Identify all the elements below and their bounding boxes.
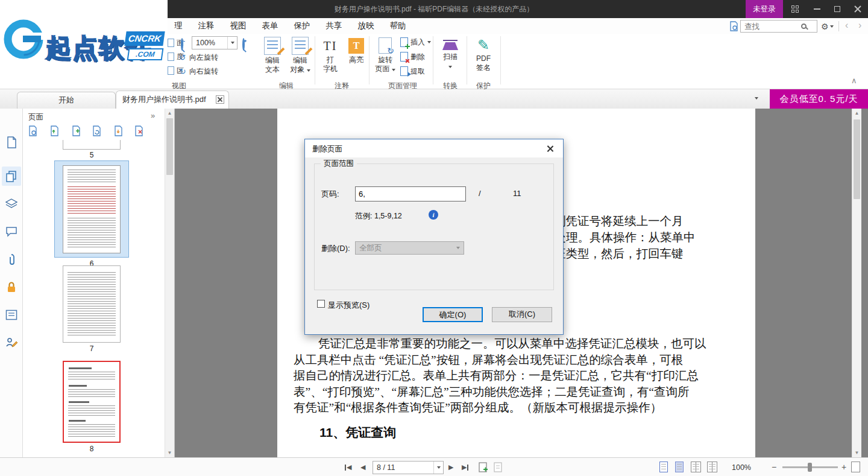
minimize-button[interactable]	[807, 0, 827, 18]
panel-menu-button[interactable]: »	[151, 111, 155, 120]
edit-object-button[interactable]: 编辑 对象	[286, 36, 314, 74]
find-tool-button[interactable]	[729, 21, 738, 34]
scroll-up-icon[interactable]: ▲	[165, 110, 174, 116]
menu-item-page-management[interactable]: 理	[166, 18, 190, 34]
zoom-slider[interactable]	[782, 466, 838, 468]
total-pages: 11	[513, 189, 521, 198]
close-window-button[interactable]	[848, 0, 868, 18]
security-panel-button[interactable]	[2, 278, 21, 297]
thumbnail-page-6-selected[interactable]	[54, 160, 129, 258]
zoom-out-button[interactable]: −	[772, 462, 776, 472]
menu-item-form[interactable]: 表单	[254, 18, 286, 34]
chevron-down-icon	[427, 41, 431, 43]
close-icon	[547, 145, 554, 152]
new-tab-button[interactable]	[478, 462, 488, 473]
thumb-rotate-button[interactable]	[89, 124, 104, 138]
document-scrollbar-thumb[interactable]	[854, 119, 860, 199]
edit-text-button[interactable]: 编辑 文本	[259, 36, 286, 74]
chevron-down-icon	[448, 66, 452, 68]
document-scrollbar[interactable]: ▲ ▼	[852, 109, 861, 457]
maximize-button[interactable]	[827, 0, 848, 18]
dialog-close-button[interactable]	[538, 139, 563, 157]
thumbnail-page-8-current[interactable]	[63, 361, 121, 443]
thumbnail-page-7[interactable]	[63, 265, 121, 343]
history-back-button[interactable]: ‹	[841, 18, 852, 34]
zoom-out-button[interactable]	[181, 39, 183, 50]
scroll-down-icon[interactable]: ▼	[165, 450, 174, 455]
collapse-ribbon-button[interactable]: ∧	[851, 76, 857, 85]
search-input[interactable]	[741, 22, 801, 31]
panel-scrollbar[interactable]: ▲ ▼	[165, 109, 174, 457]
comments-panel-button[interactable]	[2, 222, 21, 241]
extract-pages-button[interactable]: 提取	[400, 66, 425, 77]
page-number-combo[interactable]: 8 / 11	[373, 461, 444, 474]
delete-pages-button[interactable]: 删除	[400, 51, 425, 62]
zoom-in-button[interactable]: +	[841, 462, 846, 472]
highlight-button[interactable]: T 高亮	[342, 36, 370, 65]
menu-item-protect[interactable]: 保护	[286, 18, 318, 34]
previous-page-button[interactable]: ◀	[360, 463, 365, 471]
menu-item-help[interactable]: 帮助	[382, 18, 414, 34]
zoom-combo[interactable]: 100%	[192, 36, 237, 49]
signatures-panel-button[interactable]	[2, 333, 21, 352]
zoom-slider-thumb[interactable]	[808, 463, 812, 472]
history-forward-button[interactable]: ›	[855, 18, 865, 34]
thumbnail-page-5[interactable]	[63, 140, 121, 150]
group-label-protect: 保护	[462, 81, 505, 89]
single-page-view-button[interactable]	[659, 462, 668, 472]
insert-pages-button[interactable]: 插入	[400, 37, 431, 48]
fit-area-icon	[168, 66, 174, 75]
login-button[interactable]: 未登录	[746, 0, 783, 18]
thumb-zoom-button[interactable]	[25, 124, 40, 138]
fit-page-view-button[interactable]	[851, 462, 860, 472]
pages-panel-button[interactable]	[2, 167, 21, 186]
tab-start[interactable]: 开始	[17, 92, 116, 109]
thumb-enlarge-button[interactable]	[47, 124, 61, 138]
ok-button[interactable]: 确定(O)	[423, 307, 483, 322]
workspace-switch-button[interactable]	[785, 0, 805, 18]
attachments-panel-button[interactable]	[2, 250, 21, 269]
pdf-sign-button[interactable]: ✎ PDF 签名	[470, 36, 497, 72]
rotate-left-button[interactable]: ↺ 向左旋转	[178, 52, 218, 63]
menu-item-view[interactable]: 视图	[222, 18, 254, 34]
scan-icon	[441, 40, 459, 50]
thumb-delete-button[interactable]	[131, 124, 146, 138]
thumb-insert-button[interactable]	[69, 124, 83, 138]
settings-button[interactable]: ⚙	[821, 20, 834, 33]
layers-panel-button[interactable]	[2, 194, 21, 214]
menu-item-slideshow[interactable]: 放映	[350, 18, 382, 34]
tab-overflow-button[interactable]	[755, 97, 758, 100]
rotate-right-button[interactable]: ↻ 向右旋转	[178, 66, 218, 77]
show-preview-checkbox[interactable]	[317, 300, 325, 308]
scroll-down-icon[interactable]: ▼	[852, 450, 861, 455]
bookmarks-panel-button[interactable]	[2, 133, 21, 152]
panel-scrollbar-thumb[interactable]	[166, 118, 173, 175]
menu-item-share[interactable]: 共享	[318, 18, 350, 34]
scroll-up-icon[interactable]: ▲	[852, 110, 861, 116]
cancel-button[interactable]: 取消(C)	[492, 307, 552, 322]
edit-object-icon	[292, 37, 309, 55]
pages-panel: 页面 »	[23, 109, 175, 457]
page-range-input[interactable]	[355, 186, 466, 202]
scan-button[interactable]: 扫描	[436, 36, 464, 71]
close-tab-button[interactable]	[216, 95, 224, 104]
doc-heading: 11、凭证查询	[319, 424, 396, 441]
first-page-button[interactable]: ◀	[345, 463, 351, 471]
site-watermark: 起点软件 CNCRK .COM	[0, 0, 168, 81]
zoom-in-button[interactable]	[242, 39, 245, 50]
continuous-facing-view-button[interactable]	[707, 462, 717, 472]
continuous-view-button[interactable]	[675, 462, 684, 472]
grid-icon	[791, 5, 799, 13]
next-page-button[interactable]: ▶	[448, 463, 453, 471]
rotate-pages-button[interactable]: ↻ 旋转 页面	[371, 36, 399, 74]
fields-panel-button[interactable]	[2, 305, 21, 325]
last-page-button[interactable]: ▶	[462, 463, 468, 471]
typewriter-button[interactable]: TI 打 字机	[316, 36, 344, 74]
membership-promo-banner[interactable]: 会员低至0. 5元/天	[770, 89, 868, 109]
comment-icon	[5, 226, 17, 237]
menu-item-comment[interactable]: 注释	[190, 18, 222, 34]
facing-view-button[interactable]	[691, 462, 701, 472]
tab-document[interactable]: 财务用户操作说明书.pdf	[116, 90, 229, 109]
thumb-extract-button[interactable]	[111, 124, 125, 138]
clipboard-button[interactable]	[493, 462, 503, 473]
